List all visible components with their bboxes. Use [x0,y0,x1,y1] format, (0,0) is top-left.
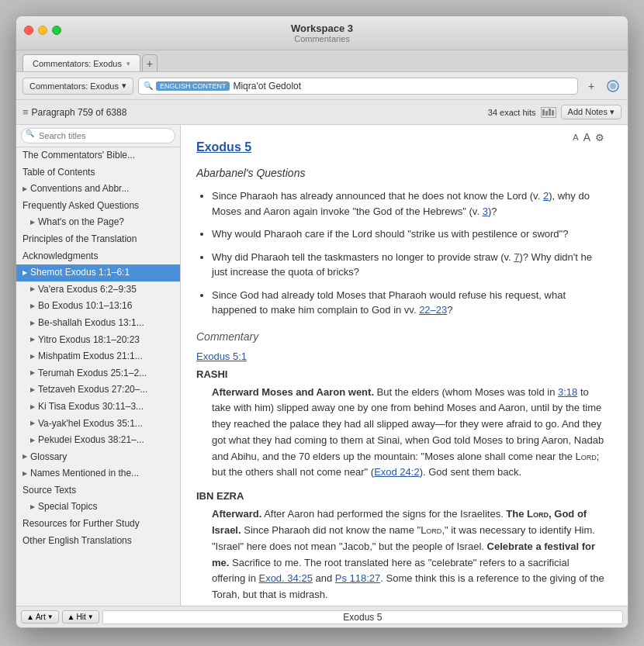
sidebar-item-names[interactable]: ▶ Names Mentioned in the... [16,465,180,482]
rashi-name: Rashi [196,368,604,380]
titlebar: Workspace 3 Commentaries [16,16,628,50]
window-controls [24,26,61,35]
para-text: Paragraph 759 of 6388 [32,107,127,118]
link-v3[interactable]: 3 [483,206,488,217]
para-icon: ≡ [23,106,29,118]
search-titles-input[interactable] [21,128,175,143]
sidebar-item-resources[interactable]: Resources for Further Study [16,516,180,533]
nav-arrow-whats-on: ▶ [30,219,35,226]
nav-arrow-vaera: ▶ [30,285,35,293]
nav-arrow-beshallah: ▶ [30,320,35,327]
nav-arrow-bo: ▶ [30,302,35,310]
sidebar-item-glossary[interactable]: ▶ Glossary [16,449,180,466]
sidebar-nav: The Commentators' Bible... Table of Cont… [16,147,180,606]
tab-dropdown-arrow[interactable]: ▾ [126,60,130,67]
close-button[interactable] [24,26,33,35]
sidebar-item-shemot[interactable]: ▶ Shemot Exodus 1:1–6:1 [16,264,180,282]
verse-ref-exodus-5-1[interactable]: Exodus 5:1 [196,351,604,362]
tab-label: Commentators: Exodus [33,59,122,68]
link-exod-34-25[interactable]: Exod. 34:25 [258,572,312,584]
commentators-dropdown-label: Commentators: Exodus [29,81,119,91]
minimize-button[interactable] [38,26,47,35]
add-notes-button[interactable]: Add Notes ▾ [561,105,621,119]
sidebar-item-mishpatim[interactable]: ▶ Mishpatim Exodus 21:1... [16,348,180,365]
tab-add-button[interactable]: + [142,54,158,71]
art-nav-up-button[interactable]: ▲ Art ▼ [21,610,59,624]
font-size-large-button[interactable]: A [583,131,590,143]
nav-arrow-conventions: ▶ [23,185,27,193]
font-controls: A A ⚙ [573,131,604,143]
sidebar-item-conventions[interactable]: ▶ Conventions and Abbr... [16,181,180,198]
abarbanel-subtitle: Abarbanel's Questions [196,167,604,179]
nav-arrow-shemot: ▶ [23,269,27,277]
link-exod-24-2[interactable]: Exod 24:2 [374,466,420,478]
sidebar-item-ki-tisa[interactable]: ▶ Ki Tisa Exodus 30:11–3... [16,399,180,416]
main-window: Workspace 3 Commentaries Commentators: E… [16,16,628,628]
search-bar[interactable]: 🔍 ENGLISH CONTENT Miqra'ot Gedolot [138,78,578,95]
sidebar-item-tetzaveh[interactable]: ▶ Tetzaveh Exodus 27:20–... [16,382,180,399]
sidebar-item-pekudei[interactable]: ▶ Pekudei Exodus 38:21–... [16,432,180,449]
hit-label: Hit [77,613,86,621]
nav-arrow-vayakhel: ▶ [30,420,35,427]
sidebar-item-other-translations[interactable]: Other English Translations [16,533,180,550]
up-arrow-icon: ▲ [26,613,34,621]
question-2: Why would Pharaoh care if the Lord shoul… [212,226,604,242]
sidebar-item-be-shallah[interactable]: ▶ Be-shallah Exodus 13:1... [16,315,180,332]
ibn-ezra-bold-text: Afterward. [212,508,261,520]
rashi-bold-text: Afterward Moses and Aaron went. [212,386,374,398]
sidebar-item-source-texts[interactable]: Source Texts [16,482,180,499]
sidebar-item-principles[interactable]: Principles of the Translation [16,231,180,248]
commentators-dropdown[interactable]: Commentators: Exodus ▾ [23,78,133,95]
question-3: Why did Pharaoh tell the taskmasters no … [212,250,604,280]
link-v2[interactable]: 2 [543,190,549,202]
question-4: Since God had already told Moses that Ph… [212,288,604,318]
search-content-tag: ENGLISH CONTENT [156,81,230,91]
nav-arrow-yitro: ▶ [30,336,35,344]
settings-icon[interactable]: ⚙ [595,132,604,143]
nav-arrow-special-topics: ▶ [30,503,35,511]
sidebar-item-faq[interactable]: Frequently Asked Questions [16,198,180,215]
sidebar-item-whats-on-page[interactable]: ▶ What's on the Page? [16,214,180,231]
sidebar-item-yitro[interactable]: ▶ Yitro Exodus 18:1–20:23 [16,332,180,349]
tab-commentators-exodus[interactable]: Commentators: Exodus ▾ [23,54,140,71]
maximize-button[interactable] [52,26,61,35]
refresh-icon[interactable] [604,78,621,95]
sidebar-item-acknowledgments[interactable]: Acknowledgments [16,248,180,265]
sidebar-item-bo[interactable]: ▶ Bo Exodus 10:1–13:16 [16,298,180,315]
link-ps-118-27[interactable]: Ps 118:27 [335,572,381,584]
sidebar-item-terumah[interactable]: ▶ Terumah Exodus 25:1–2... [16,365,180,382]
toolbar: Commentators: Exodus ▾ 🔍 ENGLISH CONTENT… [16,72,628,100]
sidebar-item-vaera[interactable]: ▶ Va'era Exodus 6:2–9:35 [16,282,180,299]
sidebar-item-table-of-contents[interactable]: Table of Contents [16,164,180,181]
hits-text: 34 exact hits [488,108,536,117]
search-icon: 🔍 [144,81,153,90]
link-3-18[interactable]: 3:18 [558,386,577,398]
nav-arrow-kitisa: ▶ [30,403,35,411]
sidebar-item-commentators-bible[interactable]: The Commentators' Bible... [16,147,180,164]
sidebar: The Commentators' Bible... Table of Cont… [16,125,181,606]
article-content: Exodus 5 Abarbanel's Questions Since Pha… [181,125,628,606]
ibn-ezra-commentary: Afterward. After Aaron had performed the… [196,506,604,603]
add-source-button[interactable]: + [583,78,600,95]
question-1: Since Pharaoh has already announced that… [212,188,604,219]
hit-up-arrow-icon: ▲ [68,613,75,621]
ibn-ezra-name: Ibn Ezra [196,490,604,502]
sidebar-item-vayakhel[interactable]: ▶ Va-yak'hel Exodus 35:1... [16,416,180,433]
sidebar-search-wrap [21,128,175,143]
book-title[interactable]: Exodus 5 [196,140,604,154]
commentary-section-header: Commentary [196,330,604,343]
hits-chart-icon[interactable] [541,107,556,118]
para-bar: ≡ Paragraph 759 of 6388 34 exact hits Ad… [16,100,628,125]
tabbar: Commentators: Exodus ▾ + [16,50,628,72]
hit-down-arrow: ▼ [88,613,94,620]
svg-rect-4 [549,109,551,116]
link-vv2223[interactable]: 22–23 [419,304,447,316]
hit-nav-up-button[interactable]: ▲ Hit ▼ [62,610,99,624]
link-v7[interactable]: 7 [514,251,519,263]
art-label: Art [36,613,46,621]
sidebar-item-special-topics[interactable]: ▶ Special Topics [16,499,180,516]
abarbanel-questions-list: Since Pharaoh has already announced that… [212,188,604,318]
font-size-small-button[interactable]: A [573,133,578,142]
para-info: ≡ Paragraph 759 of 6388 [23,106,126,118]
nav-arrow-mishpatim: ▶ [30,353,35,361]
